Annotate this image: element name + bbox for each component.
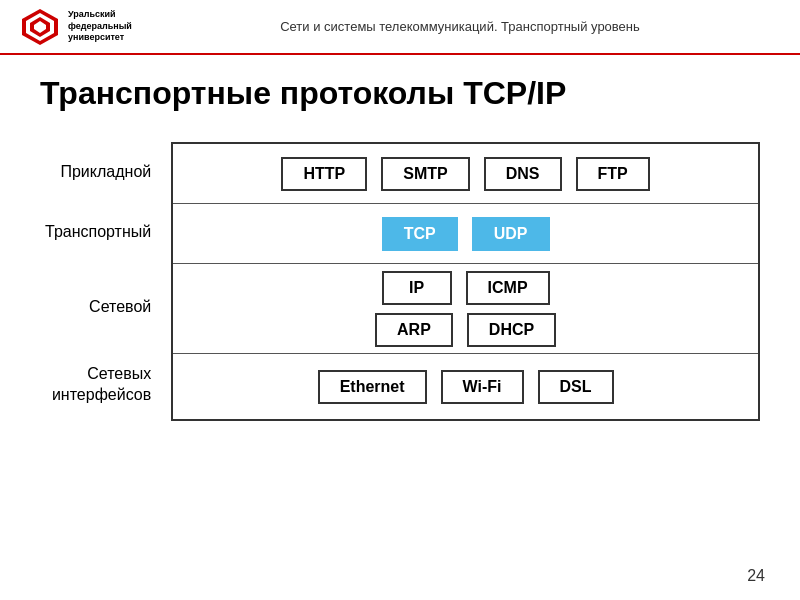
ethernet-box: Ethernet bbox=[318, 370, 427, 404]
network-label: Сетевой bbox=[40, 262, 156, 352]
application-label: Прикладной bbox=[40, 142, 156, 202]
header-title: Сети и системы телекоммуникаций. Транспо… bbox=[140, 19, 780, 34]
university-logo-icon bbox=[20, 7, 60, 47]
http-box: HTTP bbox=[281, 157, 367, 191]
wifi-box: Wi-Fi bbox=[441, 370, 524, 404]
page-heading: Транспортные протоколы TCP/IP bbox=[40, 75, 760, 112]
logo-area: Уральский федеральный университет bbox=[20, 7, 140, 47]
header: Уральский федеральный университет Сети и… bbox=[0, 0, 800, 55]
logo-text: Уральский федеральный университет bbox=[68, 9, 132, 44]
tcp-box: TCP bbox=[382, 217, 458, 251]
dhcp-box: DHCP bbox=[467, 313, 556, 347]
interfaces-label: Сетевых интерфейсов bbox=[40, 352, 156, 417]
arp-box: ARP bbox=[375, 313, 453, 347]
network-sub-row2: ARP DHCP bbox=[375, 313, 556, 347]
smtp-box: SMTP bbox=[381, 157, 469, 191]
network-row: IP ICMP ARP DHCP bbox=[173, 264, 758, 354]
ip-box: IP bbox=[382, 271, 452, 305]
dns-box: DNS bbox=[484, 157, 562, 191]
udp-box: UDP bbox=[472, 217, 550, 251]
diagram-box: HTTP SMTP DNS FTP TCP UDP IP ICMP ARP DH… bbox=[171, 142, 760, 421]
application-row: HTTP SMTP DNS FTP bbox=[173, 144, 758, 204]
page-number: 24 bbox=[747, 567, 765, 585]
transport-label: Транспортный bbox=[40, 202, 156, 262]
network-sub-row1: IP ICMP bbox=[382, 271, 550, 305]
layer-labels: Прикладной Транспортный Сетевой Сетевых … bbox=[40, 142, 156, 421]
main-content: Транспортные протоколы TCP/IP Прикладной… bbox=[0, 55, 800, 431]
icmp-box: ICMP bbox=[466, 271, 550, 305]
dsl-box: DSL bbox=[538, 370, 614, 404]
transport-row: TCP UDP bbox=[173, 204, 758, 264]
ftp-box: FTP bbox=[576, 157, 650, 191]
interfaces-row: Ethernet Wi-Fi DSL bbox=[173, 354, 758, 419]
